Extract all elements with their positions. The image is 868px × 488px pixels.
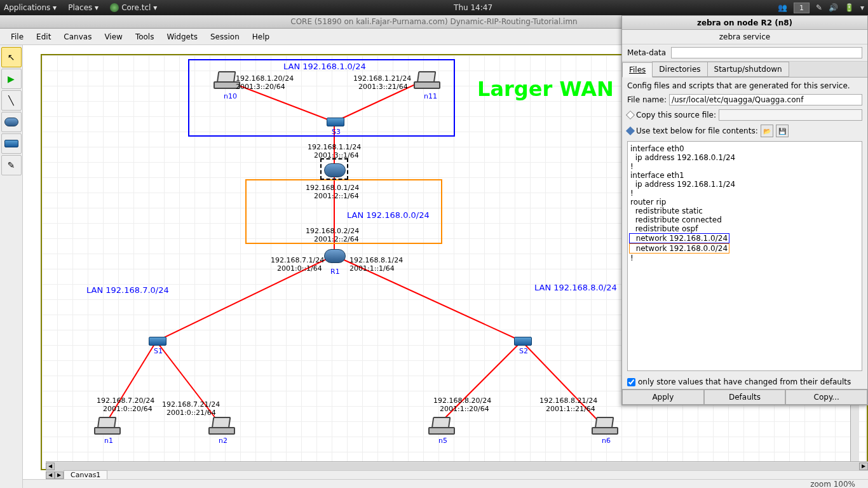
hub-tool[interactable] <box>1 133 22 154</box>
radio-use-text[interactable] <box>626 126 635 135</box>
radio-copy-file[interactable] <box>626 111 635 119</box>
power-icon[interactable]: ▾ <box>860 3 864 12</box>
router-tool[interactable] <box>1 112 22 132</box>
menu-file[interactable]: File <box>5 30 29 43</box>
hscroll-left[interactable]: ◀ <box>46 463 55 470</box>
panel-title: zebra on node R2 (n8) <box>622 16 867 30</box>
zoom-level: zoom 100% <box>810 480 855 488</box>
tab-directories[interactable]: Directories <box>652 62 707 77</box>
lan7-title: LAN 192.168.7.0/24 <box>86 285 169 295</box>
users-icon[interactable]: 👥 <box>778 3 787 12</box>
open-file-icon[interactable]: 📂 <box>761 125 773 137</box>
start-session-button[interactable]: ▶ <box>1 69 22 89</box>
menu-widgets[interactable]: Widgets <box>161 30 203 43</box>
wan-title: Larger WAN <box>477 77 614 101</box>
only-store-changed-checkbox[interactable] <box>627 378 635 386</box>
lan1-title: LAN 192.168.1.0/24 <box>283 62 366 71</box>
window-menu-core[interactable]: Core.tcl ▾ <box>110 3 157 13</box>
node-n2[interactable] <box>208 417 233 435</box>
node-r2[interactable] <box>324 163 346 177</box>
clock: Thu 14:47 <box>454 3 492 12</box>
save-file-icon[interactable]: 💾 <box>776 125 789 137</box>
link-tool[interactable]: ╲ <box>1 90 22 111</box>
tab-description: Config files and scripts that are genera… <box>627 81 862 90</box>
node-n10[interactable] <box>214 71 238 89</box>
node-n11[interactable] <box>414 71 438 89</box>
select-tool[interactable]: ↖ <box>1 47 22 67</box>
lan8-title: LAN 192.168.8.0/24 <box>534 283 617 292</box>
tab-startup[interactable]: Startup/shutdown <box>707 62 789 77</box>
tab-prev[interactable]: ◀ <box>46 471 55 479</box>
metadata-input[interactable] <box>671 47 862 58</box>
battery-icon[interactable]: 🔋 <box>844 3 854 12</box>
system-tray: 👥 1 ✎ 🔊 🔋 ▾ <box>778 3 864 13</box>
panel-subtitle: zebra service <box>622 30 867 44</box>
horizontal-scrollbar[interactable]: ◀ ▶ <box>46 461 868 470</box>
node-s1[interactable] <box>149 337 166 346</box>
defaults-button[interactable]: Defaults <box>704 390 786 405</box>
apply-button[interactable]: Apply <box>622 390 704 405</box>
left-toolbar: ↖ ▶ ╲ ✎ <box>0 45 23 488</box>
volume-icon[interactable]: 🔊 <box>829 3 838 12</box>
places-menu[interactable]: Places ▾ <box>68 3 98 12</box>
hscroll-right[interactable]: ▶ <box>859 463 868 470</box>
canvas-tab[interactable]: Canvas1 <box>64 470 107 480</box>
status-bar: zoom 100% <box>23 479 868 488</box>
menu-session[interactable]: Session <box>205 30 245 43</box>
gnome-top-panel: Applications ▾ Places ▾ Core.tcl ▾ Thu 1… <box>0 0 868 15</box>
workspace-indicator[interactable]: 1 <box>794 3 810 13</box>
menu-canvas[interactable]: Canvas <box>58 30 97 43</box>
service-tabs: Files Directories Startup/shutdown <box>622 62 867 78</box>
copy-file-input[interactable] <box>719 109 862 121</box>
menu-view[interactable]: View <box>98 30 128 43</box>
node-n1[interactable] <box>94 417 118 435</box>
lan0-title: LAN 192.168.0.0/24 <box>347 210 430 220</box>
node-s2[interactable] <box>514 337 532 346</box>
config-textarea[interactable]: interface eth0 ip address 192.168.0.1/24… <box>627 141 862 371</box>
canvas-tabbar: ◀ ▶ Canvas1 <box>46 470 868 479</box>
menu-help[interactable]: Help <box>247 30 275 43</box>
node-r1[interactable] <box>324 249 346 263</box>
filename-label: File name: <box>627 95 667 104</box>
zebra-service-panel: zebra on node R2 (n8) zebra service Meta… <box>621 15 868 405</box>
filename-input[interactable] <box>669 94 862 105</box>
node-n6[interactable] <box>592 417 616 435</box>
tab-next[interactable]: ▶ <box>55 471 64 479</box>
window-title: CORE (51890 on kali.Fajar-Purnama.com) D… <box>290 17 577 26</box>
node-n5[interactable] <box>428 417 452 435</box>
use-text-label: Use text below for file contents: <box>636 126 758 135</box>
metadata-label: Meta-data <box>627 48 666 57</box>
menu-edit[interactable]: Edit <box>31 30 57 43</box>
tab-files[interactable]: Files <box>622 62 653 78</box>
color-picker-icon[interactable]: ✎ <box>816 3 822 12</box>
copy-file-label: Copy this source file: <box>636 111 716 119</box>
applications-menu[interactable]: Applications ▾ <box>4 3 57 12</box>
menu-tools[interactable]: Tools <box>130 30 160 43</box>
node-s3[interactable] <box>327 118 344 126</box>
copy-button[interactable]: Copy... <box>785 390 867 405</box>
annotation-tool[interactable]: ✎ <box>1 155 22 175</box>
only-store-changed-label: only store values that have changed from… <box>638 377 851 386</box>
